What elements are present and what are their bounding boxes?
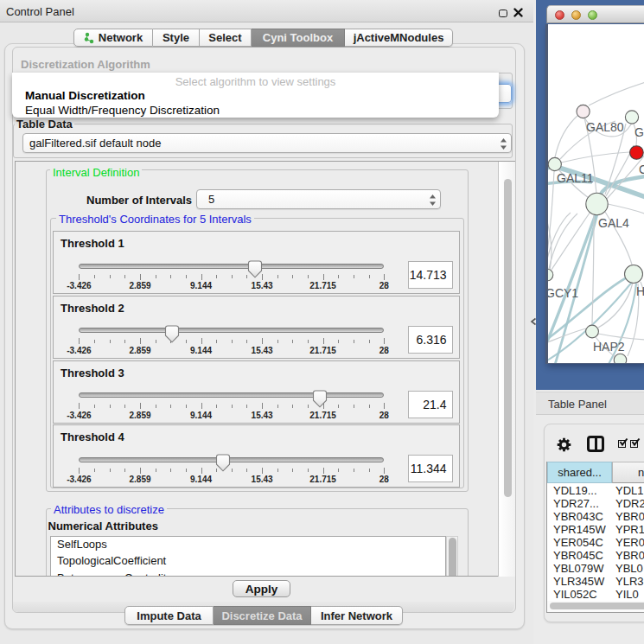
svg-text:G.: G. [634, 125, 644, 139]
svg-text:C: C [639, 163, 644, 176]
svg-text:GCY1: GCY1 [548, 286, 578, 300]
svg-text:GAL11: GAL11 [557, 171, 594, 185]
svg-text:GAL80: GAL80 [586, 120, 624, 134]
svg-text:GAL4: GAL4 [598, 216, 629, 230]
svg-text:H: H [636, 284, 644, 298]
svg-text:HAP2: HAP2 [593, 340, 625, 354]
